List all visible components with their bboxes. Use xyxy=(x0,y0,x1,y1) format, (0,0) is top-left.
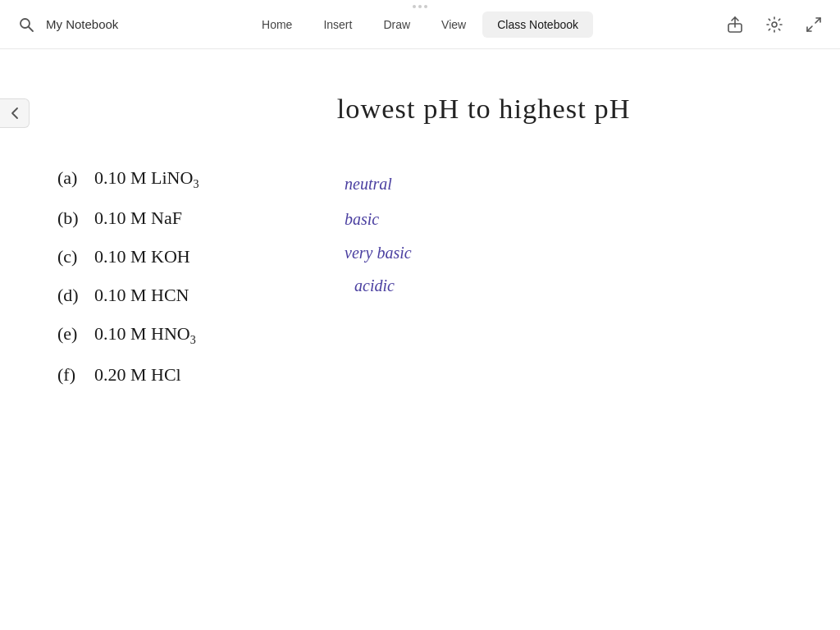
top-bar-right xyxy=(722,11,827,38)
sidebar-toggle[interactable] xyxy=(0,98,30,128)
annotation-basic: basic xyxy=(345,210,379,229)
settings-button[interactable] xyxy=(761,11,788,38)
svg-point-0 xyxy=(21,19,30,28)
list-item: (a) 0.10 M LiNO3 xyxy=(57,164,291,193)
chem-list: (a) 0.10 M LiNO3 (b) 0.10 M NaF (c) 0.10… xyxy=(57,164,291,399)
svg-text:lowest pH to highest pH: lowest pH to highest pH xyxy=(337,93,631,124)
svg-line-5 xyxy=(815,18,820,23)
svg-point-4 xyxy=(772,22,777,27)
item-label-e: (e) xyxy=(57,320,94,347)
item-formula-b: 0.10 M NaF xyxy=(94,204,291,231)
collapse-icon xyxy=(805,16,823,34)
item-label-b: (b) xyxy=(57,204,94,231)
item-formula-d: 0.10 M HCN xyxy=(94,281,291,308)
tab-draw[interactable]: Draw xyxy=(368,11,425,38)
tab-view[interactable]: View xyxy=(427,11,481,38)
annotation-acidic: acidic xyxy=(354,276,395,295)
chevron-left-icon xyxy=(10,107,20,120)
nav-tabs: Home Insert Draw View Class Notebook xyxy=(247,11,593,38)
gear-icon xyxy=(765,16,783,34)
item-label-c: (c) xyxy=(57,243,94,270)
top-bar: My Notebook Home Insert Draw View Class … xyxy=(0,0,840,49)
collapse-button[interactable] xyxy=(801,11,827,38)
notebook-title: My Notebook xyxy=(46,17,118,31)
list-item: (e) 0.10 M HNO3 xyxy=(57,320,291,349)
list-item: (d) 0.10 M HCN xyxy=(57,281,291,308)
tab-classnotebook[interactable]: Class Notebook xyxy=(482,11,593,38)
tab-insert[interactable]: Insert xyxy=(308,11,367,38)
svg-line-1 xyxy=(29,27,33,31)
search-icon xyxy=(18,16,34,33)
main-content: lowest pH to highest pH (a) 0.10 M LiNO3… xyxy=(0,49,840,630)
annotation-very-basic: very basic xyxy=(345,244,412,262)
item-formula-f: 0.20 M HCl xyxy=(94,361,291,388)
item-label-a: (a) xyxy=(57,164,94,191)
item-formula-a: 0.10 M LiNO3 xyxy=(94,164,291,193)
item-label-f: (f) xyxy=(57,361,94,388)
item-formula-c: 0.10 M KOH xyxy=(94,243,291,270)
list-item: (b) 0.10 M NaF xyxy=(57,204,291,231)
list-item: (f) 0.20 M HCl xyxy=(57,361,291,388)
list-item: (c) 0.10 M KOH xyxy=(57,243,291,270)
tab-home[interactable]: Home xyxy=(247,11,307,38)
search-button[interactable] xyxy=(13,11,39,38)
svg-line-6 xyxy=(807,26,812,31)
item-label-d: (d) xyxy=(57,281,94,308)
annotation-neutral: neutral xyxy=(345,175,392,194)
share-icon xyxy=(726,16,744,34)
share-button[interactable] xyxy=(722,11,748,38)
handwritten-title: lowest pH to highest pH xyxy=(328,74,820,139)
top-bar-left: My Notebook xyxy=(13,11,118,38)
item-formula-e: 0.10 M HNO3 xyxy=(94,320,291,349)
drag-handle xyxy=(413,5,427,8)
